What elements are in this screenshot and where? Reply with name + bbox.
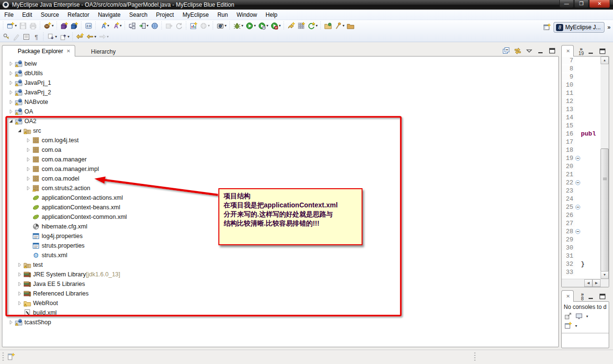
scroll-down-button[interactable]: ▼ bbox=[601, 271, 609, 279]
tree-item-com-oa-model[interactable]: com.oa.model bbox=[2, 174, 558, 183]
next-annotation-button[interactable]: ▾ bbox=[45, 32, 58, 42]
view-menu-icon[interactable] bbox=[525, 47, 534, 55]
fold-collapse-icon[interactable] bbox=[575, 156, 581, 161]
tree-item-build-xml[interactable]: build.xml bbox=[2, 308, 558, 318]
tree-item-src[interactable]: src bbox=[2, 126, 558, 136]
prev-annotation-button[interactable]: ▾ bbox=[58, 32, 70, 42]
tree-item-nabvote[interactable]: NABvote bbox=[2, 97, 558, 107]
minimize-button[interactable]: — bbox=[559, 0, 574, 8]
tree-expand-icon[interactable] bbox=[24, 156, 32, 163]
dropdown-arrow-icon[interactable]: ▾ bbox=[254, 23, 256, 28]
dropdown-arrow-icon[interactable]: ▾ bbox=[15, 23, 17, 28]
restore-button[interactable]: ❐ bbox=[574, 0, 589, 8]
editor-tab-stub[interactable]: ✕ bbox=[561, 45, 574, 57]
tree-item-javaprj-2[interactable]: JavaPrj_2 bbox=[2, 88, 558, 97]
menu-edit[interactable]: Edit bbox=[18, 10, 36, 20]
tree-item-webroot[interactable]: WebRoot bbox=[2, 298, 558, 308]
menu-window[interactable]: Window bbox=[232, 10, 261, 20]
pin-console-icon[interactable] bbox=[564, 312, 572, 320]
dropdown-arrow-icon[interactable]: ▾ bbox=[225, 23, 227, 28]
minimize-view-icon[interactable] bbox=[536, 47, 545, 55]
new-wizard-button[interactable]: ▾ bbox=[5, 21, 18, 31]
menu-run[interactable]: Run bbox=[213, 10, 232, 20]
editor-vertical-scrollbar[interactable]: ▲ ▼ bbox=[601, 57, 609, 279]
open-resource-button[interactable] bbox=[323, 21, 333, 31]
tree-expand-icon[interactable] bbox=[24, 175, 32, 182]
dropdown-arrow-icon[interactable]: ▾ bbox=[266, 23, 268, 28]
back-button[interactable]: ▾ bbox=[85, 32, 97, 42]
new-class-button[interactable]: A▾ bbox=[98, 21, 110, 31]
editor-code-area[interactable]: 78910111213141516publ1718192021222324252… bbox=[562, 57, 601, 279]
console-tab-stub[interactable]: ✕ bbox=[561, 290, 574, 302]
show-whitespace-button[interactable]: ¶ bbox=[31, 32, 41, 42]
screen-capture-button[interactable]: ▾ bbox=[215, 21, 227, 31]
tree-item-tcastshop[interactable]: tcastShop bbox=[2, 318, 558, 327]
new-report-button[interactable] bbox=[188, 21, 198, 31]
tree-item-com-oa[interactable]: com.oa bbox=[2, 145, 558, 155]
tree-expand-icon[interactable] bbox=[7, 98, 15, 106]
trim-drag-handle[interactable] bbox=[2, 353, 4, 362]
tree-item-oa[interactable]: OA bbox=[2, 107, 558, 116]
menu-navigate[interactable]: Navigate bbox=[93, 10, 125, 20]
tree-item-com-oa-manager-impl[interactable]: com.oa.manager.impl bbox=[2, 164, 558, 174]
refresh-g-button[interactable]: ▾ bbox=[306, 21, 318, 31]
tab-hierarchy[interactable]: Hierarchy bbox=[75, 46, 120, 57]
run-button[interactable]: ▾ bbox=[244, 21, 257, 31]
tab-close-icon[interactable]: ✕ bbox=[66, 48, 70, 54]
tree-item-dbutils[interactable]: dbUtils bbox=[2, 68, 558, 78]
deploy-sync-button[interactable] bbox=[127, 21, 137, 31]
fold-collapse-icon[interactable] bbox=[575, 229, 581, 234]
tree-expand-icon[interactable] bbox=[7, 108, 15, 115]
fast-view-icon[interactable] bbox=[7, 353, 15, 361]
tree-item-referenced-libraries[interactable]: Referenced Libraries bbox=[2, 289, 558, 298]
tree-item-jre-system-library[interactable]: JRE System Library [jdk1.6.0_13] bbox=[2, 270, 558, 279]
profile-button[interactable]: P▾ bbox=[269, 21, 282, 31]
open-console-icon[interactable] bbox=[564, 322, 572, 330]
new-web-project-button[interactable] bbox=[69, 21, 79, 31]
dropdown-arrow-icon[interactable]: ▾ bbox=[55, 34, 57, 39]
dropdown-arrow-icon[interactable]: ▾ bbox=[120, 23, 122, 28]
fold-collapse-icon[interactable] bbox=[575, 180, 581, 185]
console-tab-overflow[interactable]: »8 bbox=[581, 292, 584, 301]
tree-expand-icon[interactable] bbox=[24, 136, 32, 144]
tree-expand-icon[interactable] bbox=[16, 127, 23, 135]
tree-item-struts-xml[interactable]: ⚙struts.xml bbox=[2, 250, 558, 260]
collapse-all-icon[interactable] bbox=[502, 47, 511, 55]
open-directory-button[interactable] bbox=[345, 21, 355, 31]
tree-expand-icon[interactable] bbox=[7, 60, 15, 68]
editor-tab-overflow[interactable]: »19 bbox=[579, 47, 584, 56]
menu-file[interactable]: File bbox=[0, 10, 18, 20]
dropdown-arrow-icon[interactable]: ▾ bbox=[316, 23, 318, 28]
last-edit-location-button[interactable] bbox=[75, 32, 85, 42]
tree-expand-icon[interactable] bbox=[24, 165, 32, 173]
scroll-left-button[interactable]: ◀ bbox=[584, 279, 592, 287]
scroll-right-button[interactable]: ▶ bbox=[592, 279, 601, 287]
dropdown-arrow-icon[interactable]: ▾ bbox=[52, 23, 54, 28]
tree-expand-icon[interactable] bbox=[16, 299, 23, 307]
scrollbar-thumb[interactable] bbox=[601, 148, 609, 279]
tree-expand-icon[interactable] bbox=[24, 184, 32, 192]
tree-item-oa2[interactable]: OA2 bbox=[2, 116, 558, 126]
tree-item-beiw[interactable]: beiw bbox=[2, 59, 558, 68]
menu-help[interactable]: Help bbox=[261, 10, 282, 20]
tree-expand-icon[interactable] bbox=[16, 280, 23, 288]
minimize-view-icon[interactable] bbox=[587, 293, 595, 300]
menu-refactor[interactable]: Refactor bbox=[63, 10, 93, 20]
show-source-button[interactable] bbox=[21, 32, 31, 42]
debug-button[interactable]: ▾ bbox=[232, 21, 244, 31]
console-tab-close-icon[interactable]: ✕ bbox=[565, 294, 570, 299]
tree-expand-icon[interactable] bbox=[16, 261, 23, 269]
trim-drag-handle[interactable] bbox=[474, 353, 476, 362]
new-web-component-button[interactable] bbox=[286, 21, 296, 31]
dropdown-arrow-icon[interactable]: ▾ bbox=[208, 23, 210, 28]
minimize-view-icon[interactable] bbox=[587, 47, 595, 55]
tree-expand-icon[interactable] bbox=[24, 146, 32, 154]
new-interface-button[interactable]: A▾ bbox=[110, 21, 123, 31]
fold-collapse-icon[interactable] bbox=[575, 205, 581, 210]
dropdown-arrow-icon[interactable]: ▾ bbox=[586, 314, 588, 318]
tree-expand-icon[interactable] bbox=[16, 290, 23, 297]
maximize-view-icon[interactable] bbox=[548, 47, 556, 55]
tree-expand-icon[interactable] bbox=[7, 69, 15, 77]
editor-horizontal-scrollbar[interactable]: ◀ ▶ bbox=[562, 279, 609, 287]
dropdown-arrow-icon[interactable]: ▾ bbox=[279, 23, 281, 28]
